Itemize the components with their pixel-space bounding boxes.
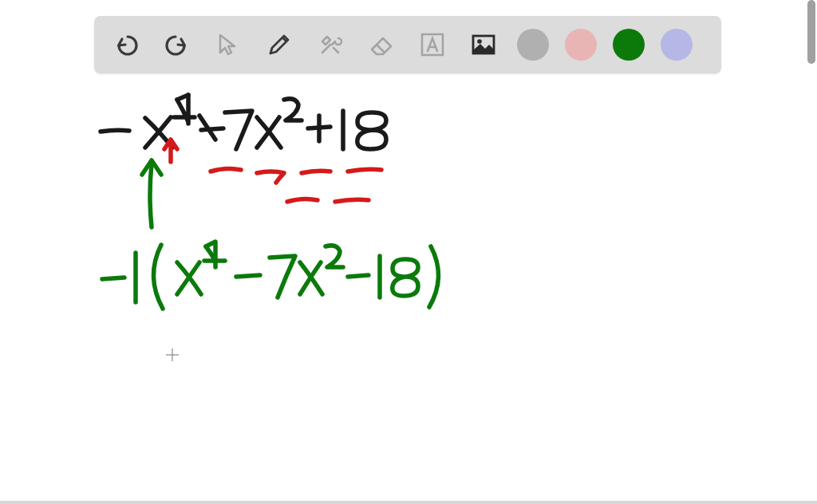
- redo-button[interactable]: [160, 27, 195, 62]
- image-icon: [469, 30, 498, 59]
- undo-button[interactable]: [109, 27, 144, 62]
- cursor-icon: [214, 30, 243, 59]
- tools-icon: [316, 30, 345, 59]
- text-button[interactable]: [415, 27, 450, 62]
- expression-line-2: [102, 242, 439, 309]
- green-arrow: [142, 160, 161, 227]
- svg-point-4: [477, 39, 482, 44]
- expression-line-1: [101, 95, 386, 149]
- cursor-indicator: [166, 348, 179, 361]
- color-green[interactable]: [613, 29, 645, 61]
- red-dashes-row1: [211, 168, 381, 183]
- image-button[interactable]: [466, 27, 501, 62]
- pencil-button[interactable]: [262, 27, 297, 62]
- color-pink[interactable]: [565, 29, 597, 61]
- red-dashes-row2: [287, 199, 369, 202]
- undo-icon: [112, 30, 140, 59]
- redo-icon: [163, 30, 191, 59]
- red-arrow: [164, 140, 177, 162]
- tools-button[interactable]: [313, 27, 348, 62]
- svg-line-1: [377, 45, 385, 53]
- toolbar: [94, 16, 721, 73]
- text-icon: [418, 30, 447, 59]
- eraser-button[interactable]: [364, 27, 399, 62]
- drawing-canvas[interactable]: [0, 76, 807, 498]
- color-lavender[interactable]: [661, 29, 693, 61]
- eraser-icon: [367, 30, 396, 59]
- select-button[interactable]: [211, 27, 246, 62]
- color-grey[interactable]: [517, 29, 549, 61]
- bottom-divider: [0, 501, 817, 504]
- vertical-scrollbar[interactable]: [807, 0, 815, 64]
- pencil-icon: [265, 30, 294, 59]
